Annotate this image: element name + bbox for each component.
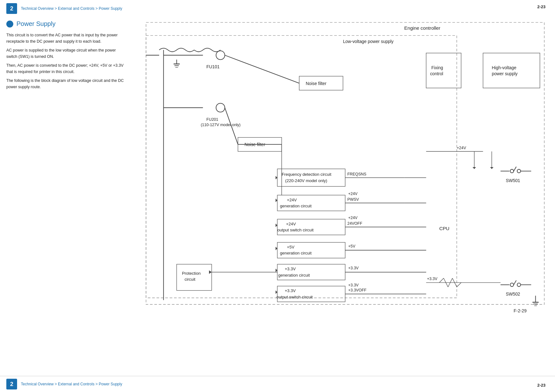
prot-label2: circuit <box>184 277 196 282</box>
svg-point-21 <box>510 169 514 173</box>
svg-point-9 <box>216 51 225 60</box>
svg-rect-0 <box>146 22 544 304</box>
24vout-label1: +24V <box>286 222 296 226</box>
hv-label-2: power supply <box>492 71 518 76</box>
prot-label1: Protection <box>182 271 201 276</box>
fixing-label-2: control <box>430 71 443 76</box>
svg-marker-52 <box>276 176 278 179</box>
5v-signal: +5V <box>348 244 356 248</box>
sw501-label: SW501 <box>506 178 520 183</box>
diagram-column: Engine controller Low-voltage power supp… <box>133 20 549 319</box>
fu101-label: FU101 <box>206 64 220 69</box>
section-icon <box>6 21 13 28</box>
footer-chapter-badge: 2 <box>6 379 17 389</box>
noise-filter1-label: Noise filter <box>306 81 327 86</box>
svg-rect-1 <box>146 35 457 298</box>
freq-label1: Frequency detection circuit <box>282 172 331 177</box>
hv-label-1: High-voltage <box>492 65 516 70</box>
svg-rect-3 <box>426 53 461 88</box>
33v-signal: +3.3V <box>348 266 359 270</box>
svg-marker-54 <box>276 224 278 227</box>
page-number-top: 2-23 <box>537 4 546 9</box>
svg-marker-69 <box>209 270 212 274</box>
footer-breadcrumb: Technical Overview > External and Contro… <box>21 382 122 386</box>
svg-line-22 <box>514 167 516 171</box>
33v-bottom: +3.3V <box>427 277 438 281</box>
freqsns-label: FREQSNS <box>347 172 366 176</box>
pwsv-label: PWSV <box>347 197 359 202</box>
33voff-label: +3.3VOFF <box>348 288 367 292</box>
page-number-bottom: 2-23 <box>537 383 546 388</box>
24v-signal2: +24V <box>348 216 358 220</box>
svg-line-27 <box>514 280 516 285</box>
paragraph-3: Then, AC power is converted to the DC po… <box>6 62 127 75</box>
fu201-label2: (110-127V model only) <box>201 123 240 127</box>
paragraph-1: This circuit is to convert the AC power … <box>6 32 127 45</box>
24voff-label: 24VOFF <box>347 221 362 226</box>
fu201-label1: FU201 <box>206 117 218 122</box>
paragraph-4: The following is the block diagram of lo… <box>6 77 127 90</box>
24vout-label2: output switch circuit <box>277 228 314 232</box>
svg-line-71 <box>439 278 444 283</box>
power-supply-diagram: Engine controller Low-voltage power supp… <box>133 20 549 318</box>
24vgen-label1: +24V <box>287 198 297 202</box>
svg-rect-13 <box>277 169 345 186</box>
33vgen-label2: generation circuit <box>278 273 310 278</box>
svg-point-26 <box>510 283 514 286</box>
breadcrumb: Technical Overview > External and Contro… <box>21 6 122 11</box>
figure-label: F-2-29 <box>514 308 527 313</box>
section-title: Power Supply <box>6 20 127 28</box>
svg-line-46 <box>225 55 299 83</box>
24v-hv: +24V <box>457 146 466 150</box>
33v-signal2: +3.3V <box>348 283 359 287</box>
freq-label2: (220-240V model only) <box>285 178 327 183</box>
section-heading: Power Supply <box>16 20 55 28</box>
engine-controller-label: Engine controller <box>404 25 440 31</box>
svg-point-23 <box>517 169 521 173</box>
svg-marker-53 <box>276 199 278 202</box>
fixing-label-1: Fixing <box>431 65 443 70</box>
text-column: Power Supply This circuit is to convert … <box>6 20 127 319</box>
page-footer: 2 Technical Overview > External and Cont… <box>0 376 555 392</box>
24v-signal: +24V <box>348 192 358 196</box>
svg-marker-57 <box>276 291 278 294</box>
chapter-badge: 2 <box>6 3 17 14</box>
svg-marker-66 <box>472 167 476 169</box>
5vgen-label1: +5V <box>287 245 295 249</box>
5vgen-label2: generation circuit <box>280 251 312 255</box>
svg-marker-55 <box>276 247 278 250</box>
24vgen-label2: generation circuit <box>280 204 312 208</box>
page-header: 2 Technical Overview > External and Cont… <box>0 0 555 17</box>
svg-marker-67 <box>490 167 494 169</box>
svg-rect-2 <box>483 53 540 88</box>
33vout-label1: +3.3V <box>285 288 296 293</box>
low-voltage-label: Low-voltage power supply <box>343 39 394 44</box>
33vout-label2: output switch circuit <box>277 295 313 299</box>
paragraph-2: AC power is supplied to the low voltage … <box>6 47 127 60</box>
svg-point-11 <box>216 103 225 112</box>
cpu-label: CPU <box>439 226 449 231</box>
main-content: Power Supply This circuit is to convert … <box>0 17 555 322</box>
svg-line-75 <box>457 283 461 287</box>
svg-point-28 <box>517 283 521 286</box>
33vgen-label1: +3.3V <box>285 266 296 271</box>
svg-marker-56 <box>276 269 278 272</box>
sw502-label: SW502 <box>506 291 520 297</box>
